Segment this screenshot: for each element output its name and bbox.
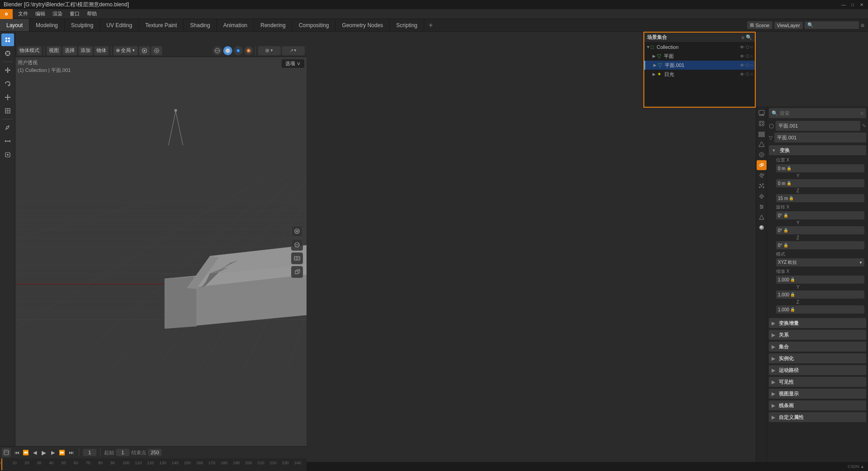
object-tab[interactable] [757,160,767,170]
menu-render[interactable]: 渲染 [49,9,66,19]
add-menu-btn[interactable]: 添加 [78,46,93,55]
prev-frame-btn[interactable]: ◀ [31,448,39,457]
view-layer-tab[interactable] [757,129,767,139]
select-menu-btn[interactable]: 选择 [62,46,77,55]
tab-rendering[interactable]: Rendering [254,19,292,31]
select-tool-btn[interactable] [1,33,14,46]
jump-start-btn[interactable]: ⏮ [13,448,21,457]
proportional-edit-btn[interactable] [151,46,162,55]
modifier-tab[interactable] [757,171,767,181]
plane001-sel-icon[interactable]: ○ [751,63,753,67]
material-tab[interactable] [757,223,767,233]
data-tab[interactable] [757,212,767,222]
cursor-tool-btn[interactable] [1,47,14,60]
plane-sel-icon[interactable]: ○ [751,54,753,58]
solid-shading-btn[interactable] [223,46,232,55]
gizmo-toggle[interactable]: ↗ ▼ [282,46,305,55]
search-ol-icon[interactable]: 🔍 [746,34,752,40]
scale-x-val[interactable]: 1.000 🔒 [776,276,864,284]
move-tool-btn[interactable] [1,64,14,76]
add-tool-btn[interactable] [1,148,14,161]
custom-props-header[interactable]: ▶ 线条画 [769,400,866,410]
header-search[interactable]: 🔍 [805,21,859,29]
view-layer-selector[interactable]: ViewLayer [774,22,803,29]
props-search-bar[interactable]: 🔍 ≡ [769,108,866,118]
particles-tab[interactable] [757,181,767,191]
plane-vis-icon[interactable]: 👁 [740,54,744,59]
render-icon[interactable]: ⬡ [746,45,749,49]
loc-x-val[interactable]: 0 m 🔒 [776,164,864,172]
constraints-tab[interactable] [757,202,767,212]
3d-viewport[interactable]: X Y Z 用户透视 (1) Collection | 平面.001 选项 ∨ [15,57,307,446]
scale-y-val[interactable]: 1.000 🔒 [776,290,864,299]
light-vis-icon[interactable]: 👁 [740,72,744,77]
visibility-header[interactable]: ▶ 可见性 [769,377,866,387]
physics-tab[interactable] [757,191,767,201]
render-tab[interactable] [757,108,767,118]
obj-edit-icon[interactable]: ✎ [862,123,866,129]
header-filter-icon[interactable]: ≡ [861,22,864,29]
plane-render-icon[interactable]: ⬡ [746,54,749,58]
wireframe-shading-btn[interactable] [213,46,222,55]
timeline-mode-btn[interactable] [2,448,11,457]
tab-animation[interactable]: Animation [217,19,254,31]
next-frame-btn[interactable]: ▶ [49,448,57,457]
overlay-toggle[interactable]: ⊞ ▼ [258,46,281,55]
object-menu-btn[interactable]: 物体 [94,46,109,55]
annotate-tool-btn[interactable] [1,121,14,134]
rp-header-icons[interactable]: ⊞ Scene [747,21,772,29]
instances-header[interactable]: ▶ 实例化 [769,353,866,363]
motion-path-header[interactable]: ▶ 运动路径 [769,365,866,375]
tab-uv-editing[interactable]: UV Editing [100,19,139,31]
rotate-tool-btn[interactable] [1,77,14,90]
relations-header[interactable]: ▶ 关系 [769,330,866,340]
close-btn[interactable]: ✕ [859,2,864,7]
timeline-ruler[interactable]: 0 10 20 30 40 50 60 70 80 90 100 110 120… [0,458,307,470]
tab-compositing[interactable]: Compositing [293,19,336,31]
tab-geometry-nodes[interactable]: Geometry Nodes [336,19,390,31]
camera-view-btn[interactable] [291,252,303,264]
light-sel-icon[interactable]: ○ [751,72,753,76]
outliner-row-collection[interactable]: ▼ □ Collection 👁 ⬡ ○ [644,43,755,52]
zoom-out-btn[interactable] [291,239,303,251]
visibility-icon[interactable]: 👁 [740,45,744,50]
tab-shading[interactable]: Shading [184,19,217,31]
view-menu-btn[interactable]: 视图 [47,46,61,55]
rot-y-val[interactable]: 0° 🔒 [776,226,864,234]
menu-window[interactable]: 窗口 [66,9,83,19]
next-keyframe-btn[interactable]: ⏩ [58,448,66,457]
output-tab[interactable] [757,119,767,128]
play-btn[interactable]: ▶ [40,448,48,457]
tab-layout[interactable]: Layout [0,19,29,31]
outliner-row-plane[interactable]: ▶ ▽ 平面 👁 ⬡ ○ [644,52,755,61]
loc-y-val[interactable]: 0 m 🔒 [776,179,864,187]
transform-tool-btn[interactable] [1,105,14,117]
viewport-display-header[interactable]: ▶ 视图显示 [769,389,866,399]
rendered-shading-btn[interactable] [244,46,253,55]
tab-texture-paint[interactable]: Texture Paint [139,19,184,31]
scene-tab[interactable] [757,139,767,149]
maximize-btn[interactable]: □ [850,2,855,7]
world-tab[interactable] [757,150,767,160]
menu-help[interactable]: 帮助 [83,9,101,19]
tab-modeling[interactable]: Modeling [29,19,65,31]
tab-scripting[interactable]: Scripting [390,19,424,31]
delta-transform-header[interactable]: ▶ 变换增量 [769,318,866,328]
outliner-row-light[interactable]: ▶ ✦ 日光 👁 ⬡ ○ [644,70,755,79]
select-icon[interactable]: ○ [751,45,753,49]
outliner-row-plane001[interactable]: ▶ ▽ 平面.001 👁 ⬡ ○ [644,61,755,70]
global-local-btn[interactable]: ⊕ 全局 ▼ [114,46,138,55]
plane001-render-icon[interactable]: ⬡ [746,63,749,67]
add-workspace-btn[interactable]: + [424,19,437,31]
light-render-icon[interactable]: ⬡ [746,72,749,76]
loc-z-val[interactable]: 15 m 🔒 [776,194,864,202]
scale-z-val[interactable]: 1.000 🔒 [776,305,864,314]
scale-tool-btn[interactable] [1,91,14,104]
collections-header[interactable]: ▶ 集合 [769,342,866,352]
snap-toggle[interactable] [139,46,150,55]
rot-x-val[interactable]: 0° 🔒 [776,211,864,219]
plane001-vis-icon[interactable]: 👁 [740,63,744,68]
props-search-input[interactable] [780,110,861,116]
material-shading-btn[interactable] [234,46,243,55]
custom-props2-header[interactable]: ▶ 自定义属性 [769,412,866,422]
